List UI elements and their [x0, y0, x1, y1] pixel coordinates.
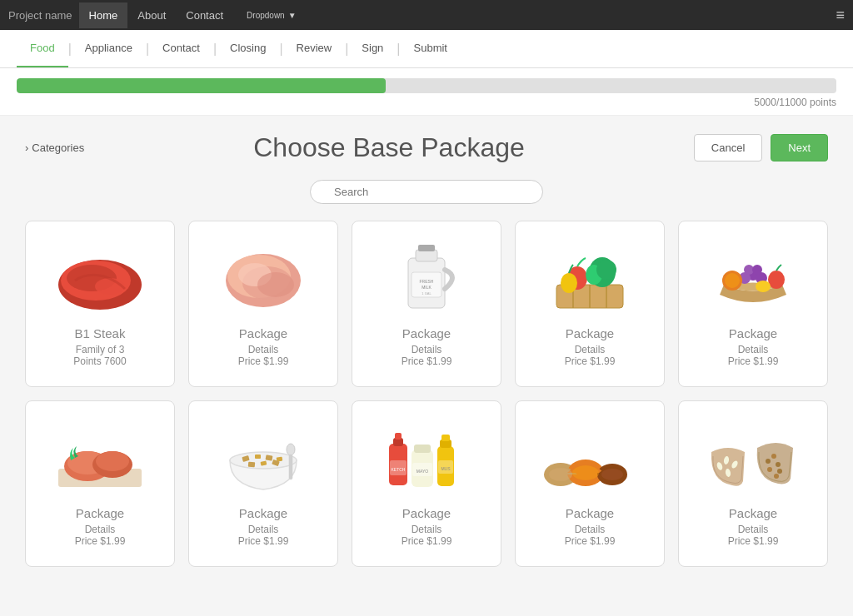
- tab-bar: Food | Appliance | Contact | Closing | R…: [0, 30, 853, 68]
- svg-point-31: [725, 273, 740, 288]
- search-container: 🔍: [310, 180, 543, 204]
- card-title-fruit-basket: Package: [729, 326, 777, 340]
- card-image-salmon: [50, 415, 150, 498]
- nav-contact-link[interactable]: Contact: [176, 2, 233, 28]
- svg-text:FRESH: FRESH: [420, 279, 434, 284]
- card-detail2-salmon: Price $1.99: [75, 535, 126, 547]
- cancel-button[interactable]: Cancel: [694, 134, 762, 161]
- hamburger-icon: ≡: [836, 7, 845, 23]
- tab-submit[interactable]: Submit: [401, 30, 461, 67]
- svg-point-38: [96, 451, 129, 471]
- progress-label: 5000/11000 points: [17, 97, 836, 108]
- card-image-vegetables: [540, 235, 640, 318]
- svg-rect-51: [395, 433, 402, 440]
- card-image-grains: [703, 415, 803, 498]
- card-salmon[interactable]: Package Details Price $1.99: [25, 400, 175, 567]
- dropdown-menu[interactable]: Dropdown ▼: [233, 4, 307, 27]
- card-detail2-milk: Price $1.99: [402, 355, 452, 367]
- tab-food[interactable]: Food: [17, 30, 68, 67]
- card-fruit-basket[interactable]: Package Details Price $1.99: [678, 221, 828, 387]
- card-title-cereal: Package: [239, 506, 287, 520]
- card-detail2-vegetables: Price $1.99: [565, 355, 616, 367]
- svg-point-23: [596, 260, 616, 280]
- svg-point-33: [756, 281, 771, 292]
- grains-svg: [703, 415, 803, 498]
- card-detail2-cereal: Price $1.99: [238, 535, 289, 547]
- card-detail1-condiments: Details: [412, 524, 442, 535]
- card-detail1-steak: Family of 3: [76, 344, 125, 355]
- svg-point-67: [572, 465, 599, 480]
- card-detail2-ham: Price $1.99: [238, 355, 289, 367]
- next-button[interactable]: Next: [771, 134, 828, 161]
- milk-svg: FRESH MILK 1 GAL: [377, 235, 476, 318]
- ham-svg: [213, 235, 313, 318]
- card-title-vegetables: Package: [566, 326, 614, 340]
- svg-point-73: [766, 459, 771, 464]
- tab-contact[interactable]: Contact: [149, 30, 213, 67]
- card-grains[interactable]: Package Details Price $1.99: [678, 400, 828, 567]
- svg-point-74: [771, 454, 776, 459]
- svg-rect-48: [289, 455, 292, 479]
- progress-bar-fill: [17, 78, 386, 93]
- card-condiments[interactable]: KETCH MAYO MUS Package Details Price $1.…: [352, 400, 501, 567]
- card-detail1-cereal: Details: [248, 524, 279, 535]
- card-b1-steak[interactable]: B1 Steak Family of 3 Points 7600: [25, 221, 175, 387]
- svg-point-29: [752, 265, 762, 275]
- svg-text:MUS: MUS: [441, 466, 451, 471]
- svg-rect-11: [418, 245, 435, 251]
- card-spices[interactable]: Package Details Price $1.99: [515, 400, 665, 567]
- brand-name: Project name: [8, 9, 72, 22]
- nav-home-link[interactable]: Home: [79, 2, 128, 28]
- vegetables-svg: [540, 235, 640, 318]
- content-header: › Categories Choose Base Package Cancel …: [25, 132, 828, 163]
- progress-container: 5000/11000 points: [0, 68, 853, 116]
- svg-rect-44: [248, 462, 255, 468]
- search-wrap: 🔍: [25, 180, 828, 204]
- card-title-milk: Package: [402, 326, 451, 340]
- card-title-grains: Package: [729, 506, 777, 520]
- nav-about[interactable]: About: [127, 2, 176, 28]
- salmon-svg: [50, 415, 150, 498]
- progress-bar-wrap: [17, 78, 836, 93]
- svg-point-8: [257, 272, 294, 297]
- svg-point-39: [230, 452, 297, 469]
- nav-contact[interactable]: Contact: [176, 2, 233, 28]
- svg-rect-60: [441, 435, 450, 441]
- card-ham[interactable]: Package Details Price $1.99: [188, 221, 338, 387]
- nav-home[interactable]: Home: [79, 2, 128, 28]
- main-content: › Categories Choose Base Package Cancel …: [0, 116, 853, 584]
- card-detail2-steak: Points 7600: [73, 355, 126, 367]
- action-buttons: Cancel Next: [694, 134, 828, 161]
- chevron-down-icon: ▼: [288, 11, 297, 20]
- cards-grid-row1: B1 Steak Family of 3 Points 7600 Package…: [25, 221, 828, 387]
- tab-sign[interactable]: Sign: [348, 30, 397, 67]
- card-cereal[interactable]: Package Details Price $1.99: [188, 400, 338, 567]
- svg-point-32: [768, 271, 785, 289]
- nav-about-link[interactable]: About: [127, 2, 176, 28]
- tab-closing[interactable]: Closing: [217, 30, 279, 67]
- card-detail1-spices: Details: [575, 524, 606, 535]
- svg-rect-10: [416, 250, 437, 261]
- card-image-cereal: [213, 415, 313, 498]
- navbar-toggler-button[interactable]: ≡: [836, 7, 845, 24]
- card-detail2-grains: Price $1.99: [728, 535, 779, 547]
- card-image-spices: [540, 415, 640, 498]
- cards-grid-row2: Package Details Price $1.99: [25, 400, 828, 567]
- svg-point-77: [777, 469, 782, 474]
- navbar: Project name Home About Contact Dropdown…: [0, 0, 853, 30]
- card-milk[interactable]: FRESH MILK 1 GAL Package Details Price $…: [352, 221, 501, 387]
- search-input[interactable]: [310, 180, 543, 204]
- categories-button[interactable]: › Categories: [25, 142, 84, 154]
- card-image-ham: [213, 235, 313, 318]
- tab-appliance[interactable]: Appliance: [72, 30, 146, 67]
- card-image-steak: [50, 235, 150, 318]
- card-vegetables[interactable]: Package Details Price $1.99: [515, 221, 665, 387]
- tab-review[interactable]: Review: [283, 30, 346, 67]
- svg-point-24: [561, 273, 577, 293]
- svg-point-66: [549, 468, 572, 481]
- condiments-svg: KETCH MAYO MUS: [377, 415, 476, 498]
- svg-point-75: [776, 462, 781, 467]
- svg-rect-55: [414, 445, 431, 453]
- fruit-basket-svg: [703, 235, 803, 318]
- card-image-milk: FRESH MILK 1 GAL: [377, 235, 476, 318]
